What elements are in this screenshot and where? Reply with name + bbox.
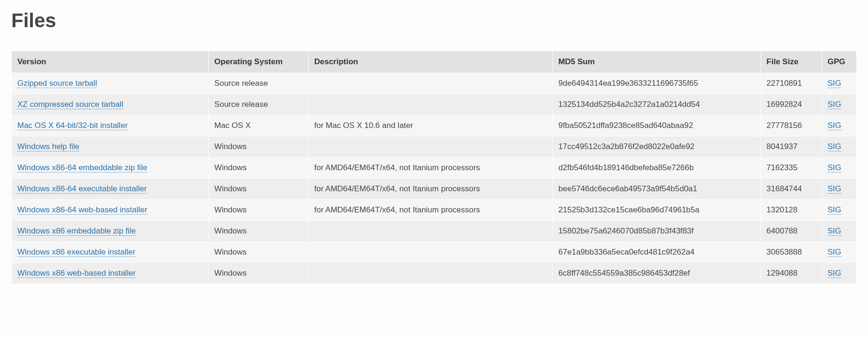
sig-link[interactable]: SIG [828,142,841,151]
cell-md5: d2fb546fd4b189146dbefeba85e7266b [553,158,761,179]
cell-gpg: SIG [822,263,856,284]
version-link[interactable]: Windows x86 executable installer [17,248,135,257]
version-link[interactable]: XZ compressed source tarball [17,100,123,109]
cell-description [308,221,552,242]
table-row: XZ compressed source tarballSource relea… [12,94,857,115]
cell-gpg: SIG [822,115,856,136]
version-link[interactable]: Windows help file [17,142,79,151]
table-row: Windows help fileWindows17cc49512c3a2b87… [12,136,857,158]
header-md5: MD5 Sum [553,51,761,73]
version-link[interactable]: Mac OS X 64-bit/32-bit installer [17,121,128,130]
cell-os: Windows [208,221,308,242]
cell-md5: 1325134dd525b4a2c3272a1a0214dd54 [553,94,761,115]
version-link[interactable]: Gzipped source tarball [17,79,97,88]
cell-os: Mac OS X [208,115,308,136]
cell-description [308,136,552,158]
cell-md5: 17cc49512c3a2b876f2ed8022e0afe92 [553,136,761,158]
cell-description: for AMD64/EM64T/x64, not Itanium process… [308,158,552,179]
cell-gpg: SIG [822,158,856,179]
cell-description: for AMD64/EM64T/x64, not Itanium process… [308,200,552,221]
cell-description [308,94,552,115]
page-title: Files [11,9,857,32]
version-link[interactable]: Windows x86 web-based installer [17,269,136,278]
cell-gpg: SIG [822,136,856,158]
cell-version: Gzipped source tarball [12,73,209,94]
cell-description [308,242,552,263]
cell-gpg: SIG [822,73,856,94]
cell-md5: 6c8ff748c554559a385c986453df28ef [553,263,761,284]
cell-size: 22710891 [761,73,822,94]
version-link[interactable]: Windows x86-64 web-based installer [17,205,147,215]
header-os: Operating System [208,51,308,73]
cell-size: 8041937 [761,136,822,158]
sig-link[interactable]: SIG [828,163,841,173]
cell-os: Windows [208,158,308,179]
table-row: Windows x86 embeddable zip fileWindows15… [12,221,857,242]
sig-link[interactable]: SIG [828,226,841,236]
cell-gpg: SIG [822,221,856,242]
cell-os: Windows [208,263,308,284]
header-gpg: GPG [822,51,856,73]
cell-md5: 67e1a9bb336a5eca0efcd481c9f262a4 [553,242,761,263]
header-version: Version [12,51,209,73]
cell-size: 1320128 [761,200,822,221]
sig-link[interactable]: SIG [828,205,841,215]
cell-size: 31684744 [761,179,822,200]
files-table: Version Operating System Description MD5… [11,51,857,284]
version-link[interactable]: Windows x86-64 executable installer [17,184,147,194]
cell-size: 16992824 [761,94,822,115]
sig-link[interactable]: SIG [828,121,841,130]
cell-version: XZ compressed source tarball [12,94,209,115]
cell-os: Windows [208,242,308,263]
sig-link[interactable]: SIG [828,184,841,194]
header-description: Description [308,51,552,73]
cell-size: 6400788 [761,221,822,242]
cell-version: Windows x86 executable installer [12,242,209,263]
sig-link[interactable]: SIG [828,100,841,109]
sig-link[interactable]: SIG [828,248,841,257]
cell-os: Windows [208,200,308,221]
table-row: Gzipped source tarballSource release9de6… [12,73,857,94]
cell-size: 30653888 [761,242,822,263]
sig-link[interactable]: SIG [828,79,841,88]
cell-md5: 9fba50521dffa9238ce85ad640abaa92 [553,115,761,136]
cell-os: Source release [208,73,308,94]
cell-md5: 9de6494314ea199e3633211696735f65 [553,73,761,94]
cell-md5: 21525b3d132ce15cae6ba96d74961b5a [553,200,761,221]
cell-version: Windows x86-64 web-based installer [12,200,209,221]
table-row: Windows x86-64 web-based installerWindow… [12,200,857,221]
header-size: File Size [761,51,822,73]
cell-size: 1294088 [761,263,822,284]
table-row: Windows x86-64 executable installerWindo… [12,179,857,200]
cell-md5: bee5746dc6ece6ab49573a9f54b5d0a1 [553,179,761,200]
cell-version: Windows x86-64 embeddable zip file [12,158,209,179]
cell-version: Windows x86-64 executable installer [12,179,209,200]
cell-description [308,263,552,284]
table-row: Mac OS X 64-bit/32-bit installerMac OS X… [12,115,857,136]
cell-gpg: SIG [822,200,856,221]
version-link[interactable]: Windows x86-64 embeddable zip file [17,163,147,173]
cell-gpg: SIG [822,179,856,200]
version-link[interactable]: Windows x86 embeddable zip file [17,226,136,236]
cell-version: Windows help file [12,136,209,158]
cell-md5: 15802be75a6246070d85b87b3f43f83f [553,221,761,242]
cell-size: 27778156 [761,115,822,136]
cell-os: Windows [208,136,308,158]
cell-gpg: SIG [822,94,856,115]
cell-version: Mac OS X 64-bit/32-bit installer [12,115,209,136]
cell-os: Source release [208,94,308,115]
cell-description: for Mac OS X 10.6 and later [308,115,552,136]
cell-description: for AMD64/EM64T/x64, not Itanium process… [308,179,552,200]
cell-os: Windows [208,179,308,200]
table-header-row: Version Operating System Description MD5… [12,51,857,73]
cell-gpg: SIG [822,242,856,263]
cell-version: Windows x86 embeddable zip file [12,221,209,242]
cell-description [308,73,552,94]
table-row: Windows x86-64 embeddable zip fileWindow… [12,158,857,179]
cell-size: 7162335 [761,158,822,179]
table-row: Windows x86 executable installerWindows6… [12,242,857,263]
table-row: Windows x86 web-based installerWindows6c… [12,263,857,284]
cell-version: Windows x86 web-based installer [12,263,209,284]
sig-link[interactable]: SIG [828,269,841,278]
